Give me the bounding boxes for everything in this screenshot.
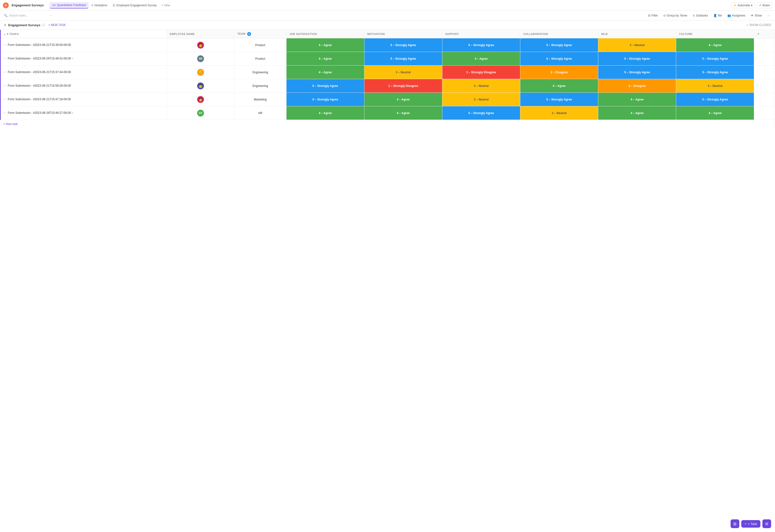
automate-label: Automate — [738, 4, 750, 7]
support-cell[interactable]: 5 – Strongly Agree — [442, 38, 520, 52]
collaboration-cell[interactable]: 2 – Disagree — [520, 66, 598, 79]
collaboration-cell[interactable]: 3 – Neutral — [520, 106, 598, 120]
table-row[interactable]: ✓ Form Submission - #2023-06-21T15:39:00… — [0, 38, 775, 52]
tasks-toggle[interactable]: ⌄ — [4, 33, 6, 36]
support-value: 4 – Agree — [443, 52, 520, 65]
team-name: Product — [255, 43, 265, 47]
task-check-icon[interactable]: ✓ — [4, 84, 6, 87]
show-button[interactable]: 👁 Show — [749, 13, 763, 18]
job-satisfaction-cell[interactable]: 4 – Agree — [286, 52, 364, 66]
subtasks-button[interactable]: ↳ Subtasks — [691, 13, 709, 18]
wlb-cell[interactable]: 5 – Strongly Agree — [598, 66, 676, 79]
motivation-cell[interactable]: 1 – Strongly Disagree — [364, 79, 442, 93]
wlb-cell[interactable]: 5 – Strongly Agree — [598, 52, 676, 66]
job-satisfaction-cell[interactable]: 4 – Agree — [286, 38, 364, 52]
group-by-label: Group by: None — [667, 14, 687, 17]
table-row[interactable]: ✓ Form Submission - #2023-06-29T15:49:27… — [0, 106, 775, 120]
automate-button[interactable]: ⚡ Automate ▾ — [731, 2, 755, 8]
share-button[interactable]: ↗ Share — [757, 2, 772, 8]
team-name: HR — [258, 111, 262, 115]
culture-cell[interactable]: 3 – Neutral — [676, 79, 754, 93]
app-title: Engagement Surveys — [12, 3, 44, 7]
table-row[interactable]: ✓ Form Submission - #2023-06-21T15:58:28… — [0, 79, 775, 93]
search-box[interactable]: 🔍 Search tasks... — [4, 14, 48, 17]
group-by-button[interactable]: ⊙ Group by: None — [662, 13, 689, 18]
support-cell[interactable]: 3 – Neutral — [442, 79, 520, 93]
toolbar: 🔍 Search tasks... ··· ⊟ Filter ⊙ Group b… — [0, 11, 775, 20]
employee-cell: GS — [167, 106, 234, 120]
tab-verbatims[interactable]: ≡ Verbatims — [89, 2, 109, 8]
me-button[interactable]: 👤 Me — [712, 13, 724, 18]
group-toggle-icon[interactable]: ⊙ — [4, 23, 6, 27]
empty-cell — [754, 52, 775, 66]
collaboration-cell[interactable]: 5 – Strongly Agree — [520, 52, 598, 66]
task-cell[interactable]: ✓ Form Submission - #2023-06-29T15:48:42… — [0, 52, 167, 66]
team-name: Engineering — [252, 71, 268, 74]
job-satisfaction-cell[interactable]: 4 – Agree — [286, 66, 364, 79]
wlb-cell[interactable]: 2 – Disagree — [598, 79, 676, 93]
culture-cell[interactable]: 5 – Strongly Agree — [676, 66, 754, 79]
table-row[interactable]: ✓ Form Submission - #2023-06-29T15:48:42… — [0, 52, 775, 66]
assignees-label: Assignees — [732, 14, 745, 17]
motivation-cell[interactable]: 4 – Agree — [364, 93, 442, 106]
new-task-button[interactable]: + NEW TASK — [47, 23, 67, 27]
add-view-button[interactable]: + View — [159, 2, 172, 8]
wlb-cell[interactable]: 4 – Agree — [598, 93, 676, 106]
wlb-cell[interactable]: 3 – Neutral — [598, 38, 676, 52]
collaboration-cell[interactable]: 5 – Strongly Agree — [520, 38, 598, 52]
job-satisfaction-cell[interactable]: 5 – Strongly Agree — [286, 79, 364, 93]
more-options-icon[interactable]: ··· — [49, 13, 52, 18]
tab-survey[interactable]: ☑ Employee Engagement Survey — [110, 2, 159, 8]
support-cell[interactable]: 4 – Agree — [442, 52, 520, 66]
add-column-icon[interactable]: + — [757, 32, 759, 36]
job-satisfaction-cell[interactable]: 5 – Strongly Agree — [286, 93, 364, 106]
table-row[interactable]: ✓ Form Submission - #2023-06-21T15:37:44… — [0, 66, 775, 79]
task-check-icon[interactable]: ✓ — [4, 71, 6, 74]
task-name: Form Submission - #2023-06-21T15:47:18-0… — [8, 97, 71, 101]
employee-cell: 👩 — [167, 93, 234, 106]
culture-cell[interactable]: 4 – Agree — [676, 106, 754, 120]
group-info-icon[interactable]: ⓘ — [42, 23, 45, 27]
task-check-icon[interactable]: ✓ — [4, 57, 6, 60]
filter-button[interactable]: ⊟ Filter — [647, 13, 659, 18]
task-cell[interactable]: ✓ Form Submission - #2023-06-21T15:47:18… — [0, 93, 167, 106]
task-cell[interactable]: ✓ Form Submission - #2023-06-21T15:58:28… — [0, 79, 167, 93]
task-cell[interactable]: ✓ Form Submission - #2023-06-21T15:39:00… — [0, 38, 167, 52]
motivation-cell[interactable]: 5 – Strongly Agree — [364, 38, 442, 52]
task-check-icon[interactable]: ✓ — [4, 111, 6, 115]
avatar: 👩 — [197, 42, 204, 49]
support-cell[interactable]: 3 – Neutral — [442, 93, 520, 106]
task-check-icon[interactable]: ✓ — [4, 98, 6, 101]
culture-cell[interactable]: 4 – Agree — [676, 38, 754, 52]
assignees-button[interactable]: 👥 Assignees — [726, 13, 747, 18]
task-cell[interactable]: ✓ Form Submission - #2023-06-29T15:49:27… — [0, 106, 167, 120]
culture-cell[interactable]: 5 – Strongly Agree — [676, 52, 754, 66]
col-header-add[interactable]: + — [754, 30, 775, 38]
culture-value: 4 – Agree — [676, 38, 754, 52]
more-menu-button[interactable]: ··· — [766, 13, 771, 18]
task-name: Form Submission - #2023-06-29T15:48:42-0… — [8, 57, 73, 61]
app-logo: O — [3, 2, 9, 8]
motivation-cell[interactable]: 5 – Strongly Agree — [364, 52, 442, 66]
add-task-row[interactable]: + New task — [0, 120, 775, 128]
support-value: 3 – Neutral — [443, 93, 520, 106]
employee-cell: 👩 — [167, 38, 234, 52]
show-closed-button[interactable]: ✓ SHOW CLOSED — [746, 23, 771, 27]
motivation-cell[interactable]: 3 – Neutral — [364, 66, 442, 79]
support-value: 5 – Strongly Agree — [443, 38, 520, 52]
support-cell[interactable]: 5 – Strongly Agree — [442, 106, 520, 120]
collaboration-cell[interactable]: 5 – Strongly Agree — [520, 93, 598, 106]
task-cell[interactable]: ✓ Form Submission - #2023-06-21T15:37:44… — [0, 66, 167, 79]
support-cell[interactable]: 1 – Strongly Disagree — [442, 66, 520, 79]
add-task-cell[interactable]: + New task — [0, 120, 775, 128]
motivation-cell[interactable]: 4 – Agree — [364, 106, 442, 120]
tab-survey-icon: ☑ — [113, 4, 115, 7]
collaboration-cell[interactable]: 4 – Agree — [520, 79, 598, 93]
tab-quantitative[interactable]: ≡≡ Quantitative Feedback — [50, 2, 88, 8]
wlb-cell[interactable]: 4 – Agree — [598, 106, 676, 120]
job-satisfaction-cell[interactable]: 4 – Agree — [286, 106, 364, 120]
automate-icon: ⚡ — [733, 4, 737, 7]
task-check-icon[interactable]: ✓ — [4, 43, 6, 47]
culture-cell[interactable]: 5 – Strongly Agree — [676, 93, 754, 106]
table-row[interactable]: ✓ Form Submission - #2023-06-21T15:47:18… — [0, 93, 775, 106]
